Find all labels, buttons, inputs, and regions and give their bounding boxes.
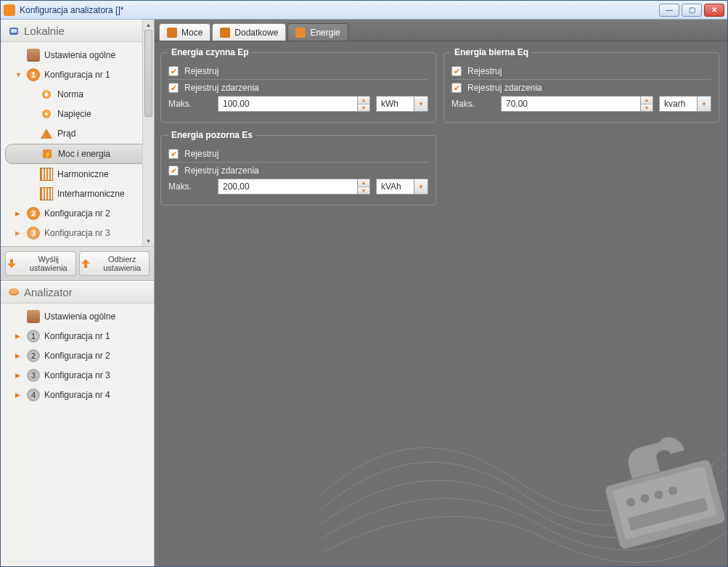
config-1-icon: 1 bbox=[27, 330, 40, 343]
section-local-label: Lokalnie bbox=[24, 25, 65, 37]
receive-button-label: Odbierz ustawienia bbox=[96, 255, 150, 272]
config-2-icon: 2 bbox=[27, 349, 40, 362]
interharmonics-icon bbox=[40, 187, 53, 200]
config-2-icon: 2 bbox=[27, 207, 40, 220]
voltage-icon bbox=[40, 107, 53, 121]
tree-item-config-2[interactable]: ▶ 2 Konfiguracja nr 2 bbox=[5, 204, 150, 223]
scroll-down-icon[interactable]: ▼ bbox=[143, 236, 154, 246]
group-energy-ep: Energia czynna Ep ✔ Rejestruj ✔ Rejestru… bbox=[160, 47, 436, 123]
tree-item-label: Prąd bbox=[57, 129, 75, 139]
tab-energie[interactable]: Energie bbox=[287, 23, 348, 41]
spin-up-icon[interactable]: ▲ bbox=[358, 97, 369, 105]
tree-item-norm[interactable]: Norma bbox=[5, 85, 150, 104]
expander-icon[interactable]: ▶ bbox=[15, 391, 23, 399]
check-icon: ✔ bbox=[171, 68, 177, 76]
checkbox-eq-register[interactable]: ✔ bbox=[451, 66, 462, 76]
spin-up-icon[interactable]: ▲ bbox=[358, 179, 369, 187]
spin-down-icon[interactable]: ▼ bbox=[641, 105, 653, 112]
tree-item-label: Norma bbox=[57, 89, 83, 99]
ep-unit-select[interactable]: kWh ▼ bbox=[376, 96, 428, 112]
tree-item-an-config-1[interactable]: ▶ 1 Konfiguracja nr 1 bbox=[5, 327, 150, 346]
expander-icon[interactable]: ▶ bbox=[15, 210, 23, 217]
minimize-button[interactable]: — bbox=[659, 4, 679, 17]
es-max-input[interactable] bbox=[218, 179, 357, 195]
tree-item-label: Ustawienia ogólne bbox=[44, 50, 115, 60]
checkbox-ep-register-label: Rejestruj bbox=[184, 66, 218, 76]
checkbox-eq-events-label: Rejestruj zdarzenia bbox=[467, 83, 542, 93]
check-icon: ✔ bbox=[171, 150, 177, 158]
expander-icon[interactable]: ▶ bbox=[15, 372, 23, 379]
ep-max-input[interactable] bbox=[218, 96, 357, 112]
tree-item-label: Moc i energia bbox=[58, 149, 110, 159]
spin-down-icon[interactable]: ▼ bbox=[358, 187, 369, 195]
section-header-local[interactable]: Lokalnie bbox=[1, 20, 154, 42]
eq-max-spinner[interactable]: ▲▼ bbox=[501, 96, 653, 112]
send-button-label: Wyślij ustawienia bbox=[22, 255, 75, 272]
es-max-label: Maks. bbox=[168, 181, 212, 192]
tab-dodatkowe-icon bbox=[220, 28, 230, 38]
send-receive-row: Wyślij ustawienia Odbierz ustawienia bbox=[1, 246, 154, 281]
checkbox-eq-events[interactable]: ✔ bbox=[451, 83, 462, 93]
app-icon bbox=[4, 4, 15, 16]
window-controls: — ▢ ✕ bbox=[659, 4, 724, 17]
close-button[interactable]: ✕ bbox=[704, 4, 724, 17]
eq-max-input[interactable] bbox=[501, 96, 640, 112]
chevron-down-icon[interactable]: ▼ bbox=[697, 96, 711, 112]
group-ep-legend: Energia czynna Ep bbox=[168, 47, 252, 57]
svg-text:⚡: ⚡ bbox=[44, 150, 52, 159]
tree-item-label: Konfiguracja nr 2 bbox=[44, 351, 110, 361]
expander-icon[interactable]: ▶ bbox=[15, 352, 23, 359]
group-energy-es: Energia pozorna Es ✔ Rejestruj ✔ Rejestr… bbox=[160, 130, 436, 205]
tree-item-power-energy[interactable]: ⚡ Moc i energia bbox=[5, 144, 150, 164]
scroll-thumb[interactable] bbox=[144, 30, 152, 117]
eq-unit-value: kvarh bbox=[659, 96, 697, 112]
tree-item-label: Konfiguracja nr 1 bbox=[44, 70, 110, 80]
tree-item-config-1[interactable]: ▼ 1 Konfiguracja nr 1 bbox=[5, 65, 150, 84]
send-settings-button[interactable]: Wyślij ustawienia bbox=[5, 251, 76, 276]
check-icon: ✔ bbox=[454, 68, 460, 76]
section-analyzer-label: Analizator bbox=[24, 286, 73, 298]
tree-item-settings[interactable]: Ustawienia ogólne bbox=[5, 46, 150, 65]
sidebar-scrollbar[interactable]: ▲ ▼ bbox=[142, 20, 154, 246]
tab-label: Energie bbox=[310, 28, 340, 38]
section-header-analyzer[interactable]: Analizator bbox=[1, 281, 154, 303]
checkbox-ep-events-label: Rejestruj zdarzenia bbox=[184, 83, 259, 93]
spin-up-icon[interactable]: ▲ bbox=[641, 97, 653, 105]
tree-item-config-3[interactable]: ▶ 3 Konfiguracja nr 3 bbox=[5, 224, 150, 242]
tab-moce[interactable]: Moce bbox=[159, 23, 210, 41]
checkbox-es-register[interactable]: ✔ bbox=[168, 149, 179, 159]
checkbox-ep-register[interactable]: ✔ bbox=[168, 66, 179, 76]
expander-icon[interactable]: ▶ bbox=[15, 229, 23, 237]
check-icon: ✔ bbox=[454, 84, 460, 92]
expander-icon[interactable]: ▶ bbox=[15, 333, 23, 340]
receive-settings-button[interactable]: Odbierz ustawienia bbox=[79, 251, 150, 276]
tree-item-an-config-3[interactable]: ▶ 3 Konfiguracja nr 3 bbox=[5, 366, 150, 385]
checkbox-ep-events[interactable]: ✔ bbox=[168, 83, 179, 93]
chevron-down-icon[interactable]: ▼ bbox=[414, 96, 428, 112]
checkbox-es-events[interactable]: ✔ bbox=[168, 166, 179, 176]
tree-item-voltage[interactable]: Napięcie bbox=[5, 105, 150, 123]
es-max-spinner[interactable]: ▲▼ bbox=[218, 179, 370, 195]
tree-item-an-settings[interactable]: Ustawienia ogólne bbox=[5, 307, 150, 326]
tab-dodatkowe[interactable]: Dodatkowe bbox=[212, 23, 286, 41]
tree-item-current[interactable]: Prąd bbox=[5, 124, 150, 143]
es-unit-select[interactable]: kVAh ▼ bbox=[376, 179, 428, 195]
svg-rect-8 bbox=[604, 459, 726, 550]
scroll-up-icon[interactable]: ▲ bbox=[143, 20, 154, 30]
maximize-button[interactable]: ▢ bbox=[682, 4, 702, 17]
tab-energie-icon bbox=[295, 28, 306, 38]
spin-down-icon[interactable]: ▼ bbox=[358, 105, 369, 112]
checkbox-es-register-label: Rejestruj bbox=[184, 149, 218, 159]
config-1-icon: 1 bbox=[27, 68, 40, 81]
eq-unit-select[interactable]: kvarh ▼ bbox=[659, 96, 711, 112]
ep-max-spinner[interactable]: ▲▼ bbox=[218, 96, 370, 112]
expander-icon[interactable]: ▼ bbox=[15, 71, 23, 78]
tree-item-interharmonics[interactable]: Interharmoniczne bbox=[5, 184, 150, 203]
chevron-down-icon[interactable]: ▼ bbox=[414, 179, 428, 195]
tree-item-an-config-4[interactable]: ▶ 4 Konfiguracja nr 4 bbox=[5, 386, 150, 404]
tree-item-harmonics[interactable]: Harmoniczne bbox=[5, 165, 150, 184]
config-3-icon: 3 bbox=[27, 227, 40, 240]
ep-unit-value: kWh bbox=[376, 96, 414, 112]
local-icon bbox=[8, 25, 20, 37]
tree-item-an-config-2[interactable]: ▶ 2 Konfiguracja nr 2 bbox=[5, 346, 150, 365]
